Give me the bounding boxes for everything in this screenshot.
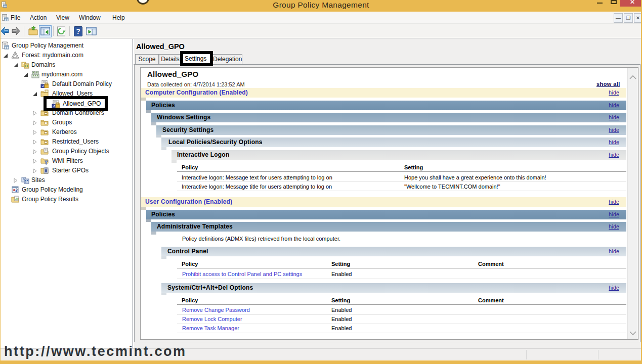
svg-text:?: ? [76, 27, 80, 35]
